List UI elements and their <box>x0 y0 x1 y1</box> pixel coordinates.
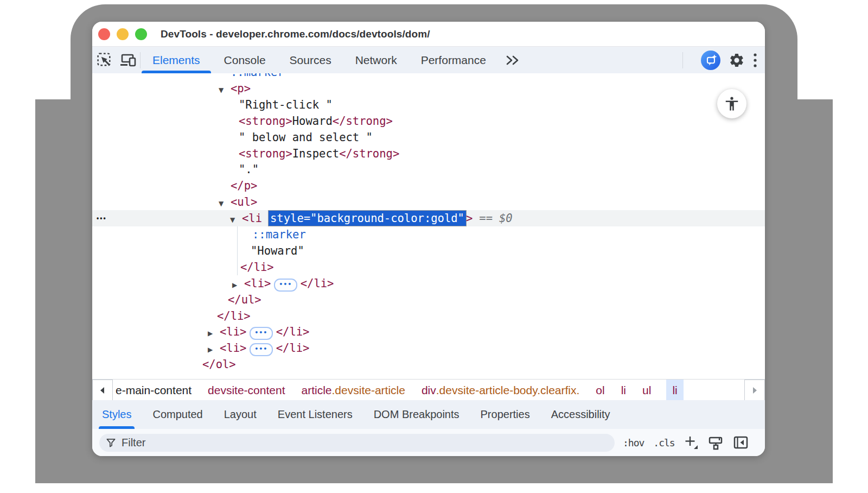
sel-token[interactable]: style="background-color:gold" <box>269 211 466 226</box>
dom-tree-row[interactable]: </li> <box>92 259 765 275</box>
styles-tab-layout[interactable]: Layout <box>224 400 257 429</box>
element-classes-button[interactable]: .cls <box>653 437 674 448</box>
tab-network[interactable]: Network <box>343 47 409 73</box>
breadcrumb-items: e-main-contentdevsite-contentarticle.dev… <box>114 380 684 401</box>
dom-tree-row[interactable]: <strong>Howard</strong> <box>92 113 765 129</box>
dom-node-line: "Howard" <box>92 243 304 259</box>
chevron-right-icon <box>751 386 758 395</box>
dom-tree-row[interactable]: •••▼<listyle="background-color:gold">==$… <box>92 210 765 226</box>
breadcrumb-scroll-left-button[interactable] <box>92 380 113 401</box>
breadcrumb-scroll-right-button[interactable] <box>744 380 765 401</box>
settings-button[interactable] <box>729 52 745 68</box>
tab-performance[interactable]: Performance <box>409 47 498 73</box>
dom-tree-row[interactable]: " below and select " <box>92 129 765 146</box>
new-style-rule-button[interactable] <box>684 435 699 450</box>
tab-label: Event Listeners <box>278 408 353 421</box>
breadcrumb-item-li[interactable]: li <box>666 380 683 401</box>
tag-token: <li <box>242 212 262 225</box>
styles-tab-styles[interactable]: Styles <box>102 400 131 429</box>
dom-tree-row[interactable]: "Howard" <box>92 243 765 259</box>
dom-tree-row[interactable]: ▶<li>•••</li> <box>92 340 765 356</box>
tag-token: </p> <box>231 179 257 192</box>
collapse-arrow-icon[interactable]: ▼ <box>230 212 242 228</box>
dom-tree-row[interactable]: ▼<ul> <box>92 194 765 210</box>
styles-tab-properties[interactable]: Properties <box>481 400 530 429</box>
dom-tree-row[interactable]: </ul> <box>92 292 765 308</box>
collapse-arrow-icon[interactable]: ▼ <box>219 82 231 98</box>
breadcrumb-item-ol[interactable]: ol <box>595 380 605 401</box>
styles-tab-dom-breakpoints[interactable]: DOM Breakpoints <box>374 400 459 429</box>
dom-node-line: </li> <box>92 259 274 275</box>
ai-assistant-button[interactable] <box>701 50 720 70</box>
crumb-plain-text: e-main-content <box>116 384 192 397</box>
inspect-element-button[interactable] <box>92 47 116 73</box>
styles-tab-accessibility[interactable]: Accessibility <box>551 400 610 429</box>
dom-tree-row[interactable]: </li> <box>92 308 765 324</box>
dom-tree-row[interactable]: ▶<li>•••</li> <box>92 275 765 292</box>
zoom-window-button[interactable] <box>135 28 147 40</box>
more-options-button[interactable] <box>753 52 757 68</box>
dom-tree-row[interactable]: ::marker <box>92 226 765 243</box>
tag-token: </li> <box>217 309 251 323</box>
styles-filter-input[interactable] <box>120 436 608 450</box>
tab-elements[interactable]: Elements <box>141 47 212 73</box>
dom-node-line: </p> <box>92 178 257 194</box>
tab-label: Computed <box>152 408 202 421</box>
breadcrumb-item-e-main-content[interactable]: e-main-content <box>114 380 193 401</box>
dom-node-line: ▼<ul> <box>92 194 257 212</box>
device-toolbar-button[interactable] <box>116 47 140 73</box>
dom-tree-row[interactable]: ▶<li>•••</li> <box>92 324 765 340</box>
collapse-arrow-icon[interactable]: ▼ <box>219 195 231 212</box>
close-window-button[interactable] <box>98 28 110 40</box>
collapsed-content-ellipsis-button[interactable]: ••• <box>250 327 272 340</box>
row-overflow-dots-icon[interactable]: ••• <box>97 210 107 226</box>
dom-node-line: ▼<p> <box>92 80 251 98</box>
rendering-brush-button[interactable] <box>708 435 724 450</box>
breadcrumb-item-div-devsite-article-body-clearfix[interactable]: div.devsite-article-body.clearfix. <box>420 380 580 401</box>
crumb-tag-text: li <box>621 384 626 397</box>
collapsed-content-ellipsis-button[interactable]: ••• <box>250 343 272 356</box>
breadcrumb-item-article-devsite-article[interactable]: article.devsite-article <box>301 380 406 401</box>
dom-tree-row[interactable]: </ol> <box>92 356 765 372</box>
more-tabs-button[interactable] <box>498 47 528 73</box>
tab-label: Accessibility <box>551 408 610 421</box>
tab-sources[interactable]: Sources <box>278 47 343 73</box>
crumb-tag-text: li <box>672 384 677 397</box>
gear-icon <box>729 52 745 68</box>
crumb-tag-text: div <box>422 384 436 397</box>
tab-label: Console <box>224 54 266 67</box>
dom-tree-row[interactable]: <strong>Inspect</strong> <box>92 146 765 162</box>
tag-token: </ul> <box>228 293 261 306</box>
minimize-window-button[interactable] <box>117 28 129 40</box>
dom-tree-row[interactable]: ::marker <box>92 73 765 80</box>
sidebar-toggle-button[interactable] <box>733 435 749 450</box>
dom-tree-row[interactable]: "." <box>92 161 765 178</box>
tab-label: Layout <box>224 408 257 421</box>
breadcrumb-item-ul[interactable]: ul <box>641 380 652 401</box>
tag-token: </li> <box>240 261 274 274</box>
styles-tab-event-listeners[interactable]: Event Listeners <box>278 400 353 429</box>
dom-tree-row[interactable]: ▼<p> <box>92 80 765 97</box>
expand-arrow-icon[interactable]: ▶ <box>232 277 244 293</box>
expand-arrow-icon[interactable]: ▶ <box>208 325 220 342</box>
dom-node-line: ▶<li>•••</li> <box>92 275 334 293</box>
crumb-tag-text: article <box>302 384 332 397</box>
expand-arrow-icon[interactable]: ▶ <box>208 342 220 358</box>
main-toolbar: ElementsConsoleSourcesNetworkPerformance <box>92 47 765 74</box>
dom-node-line: <strong>Inspect</strong> <box>92 146 399 162</box>
collapsed-content-ellipsis-button[interactable]: ••• <box>274 279 297 292</box>
tag-token: <li> <box>220 342 246 355</box>
tab-label: Elements <box>152 54 200 67</box>
breadcrumb-item-devsite-content[interactable]: devsite-content <box>207 380 286 401</box>
tab-console[interactable]: Console <box>212 47 278 73</box>
accessibility-floating-button[interactable] <box>717 89 746 118</box>
dom-tree-row[interactable]: "Right-click " <box>92 97 765 113</box>
styles-tab-computed[interactable]: Computed <box>152 400 202 429</box>
tag-token: <li> <box>244 277 271 290</box>
styles-filter-field[interactable] <box>99 434 615 452</box>
dom-tree: ::marker▼<p>"Right-click "<strong>Howard… <box>92 73 765 379</box>
dom-tree-row[interactable]: </p> <box>92 178 765 194</box>
breadcrumb-item-li[interactable]: li <box>620 380 627 401</box>
text-token: "Right-click " <box>239 98 333 111</box>
toggle-element-state-button[interactable]: :hov <box>623 437 644 448</box>
